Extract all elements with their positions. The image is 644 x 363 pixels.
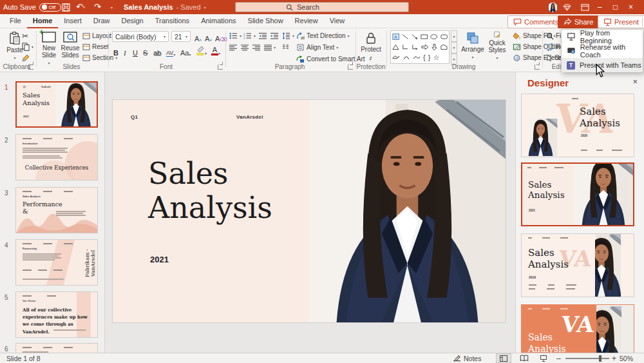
oval-shape-icon[interactable] bbox=[430, 33, 437, 41]
new-slide-button[interactable]: + New Slide▾ bbox=[39, 30, 59, 62]
menu-item-play-from-beginning[interactable]: Play from Beginning bbox=[562, 30, 643, 44]
tab-slideshow[interactable]: Slide Show bbox=[242, 14, 289, 28]
layout-button[interactable]: Layout▾ bbox=[82, 31, 115, 41]
rectangle-shape-icon[interactable] bbox=[421, 33, 428, 41]
designer-suggestion-3[interactable]: VA Sales Analysis 2019 bbox=[521, 233, 634, 297]
zoom-out-button[interactable]: – bbox=[556, 353, 561, 363]
text-shadow-button[interactable]: ab bbox=[153, 46, 161, 57]
strikethrough-button[interactable]: S bbox=[143, 46, 147, 57]
autosave-pill[interactable]: Off bbox=[39, 3, 61, 12]
tab-home[interactable]: Home bbox=[27, 14, 59, 28]
tab-design[interactable]: Design bbox=[115, 14, 149, 28]
drawing-dialog-launcher[interactable] bbox=[535, 64, 540, 70]
tab-view[interactable]: View bbox=[324, 14, 351, 28]
align-left-button[interactable] bbox=[229, 43, 237, 52]
clipboard-dialog-launcher[interactable] bbox=[28, 64, 33, 70]
highlight-color-button[interactable]: ▾ bbox=[196, 45, 207, 55]
tab-draw[interactable]: Draw bbox=[88, 14, 116, 28]
elbow-arrow-connector-icon[interactable] bbox=[412, 43, 419, 51]
normal-view-button[interactable] bbox=[496, 353, 511, 363]
search-input[interactable]: Search bbox=[235, 2, 409, 12]
tab-file[interactable]: File bbox=[4, 14, 27, 28]
zoom-in-button[interactable]: + bbox=[612, 353, 616, 363]
shapes-gallery-scroll[interactable]: ▲ ▼ ▼ bbox=[451, 30, 457, 64]
underline-button[interactable]: U bbox=[133, 46, 138, 57]
slide-thumbnail-3[interactable]: Sales Analysis Performance & bbox=[15, 187, 98, 233]
triangle-shape-icon[interactable] bbox=[392, 43, 399, 51]
tab-transitions[interactable]: Transitions bbox=[149, 14, 195, 28]
grow-font-button[interactable]: A˄ bbox=[194, 32, 202, 43]
protect-button[interactable]: Protect▾ bbox=[359, 30, 383, 62]
tab-animations[interactable]: Animations bbox=[195, 14, 242, 28]
rounded-rectangle-shape-icon[interactable] bbox=[440, 33, 448, 41]
undo-button[interactable]: ↶▾ bbox=[76, 0, 85, 14]
arrow-shape-icon[interactable] bbox=[412, 33, 418, 41]
copy-button[interactable]: ▾ bbox=[22, 42, 33, 52]
text-direction-button[interactable]: ab Text Direction▾ bbox=[296, 31, 350, 41]
paragraph-dialog-launcher[interactable] bbox=[348, 64, 353, 70]
menu-item-rehearse-with-coach[interactable]: Rehearse with Coach bbox=[562, 44, 643, 58]
right-arrow-shape-icon[interactable] bbox=[421, 43, 429, 51]
align-text-button[interactable]: Align Text▾ bbox=[296, 43, 338, 52]
tab-insert[interactable]: Insert bbox=[58, 14, 88, 28]
decrease-indent-button[interactable] bbox=[259, 31, 267, 41]
italic-button[interactable]: I bbox=[124, 46, 126, 57]
minimize-button[interactable]: – bbox=[598, 0, 614, 14]
align-right-button[interactable] bbox=[252, 43, 260, 52]
slide-thumbnail-5[interactable]: Our Vision All of our collective experie… bbox=[15, 291, 98, 338]
shapes-scroll-up-icon[interactable]: ▲ bbox=[451, 30, 457, 42]
elbow-connector-icon[interactable] bbox=[402, 43, 409, 51]
curve-shape-icon[interactable] bbox=[413, 54, 421, 61]
cut-button[interactable]: ✂ bbox=[22, 31, 28, 41]
arrange-button[interactable]: Arrange▾ bbox=[461, 30, 484, 62]
bold-button[interactable]: B bbox=[113, 46, 118, 57]
line-shape-icon[interactable] bbox=[402, 33, 408, 41]
slide-header-q[interactable]: Q1 bbox=[131, 114, 138, 120]
textbox-shape-icon[interactable]: A bbox=[392, 33, 399, 41]
right-brace-shape-icon[interactable]: } bbox=[428, 52, 431, 63]
share-button[interactable]: Share bbox=[558, 15, 599, 28]
zoom-slider-thumb[interactable] bbox=[599, 355, 601, 362]
numbering-button[interactable]: 123▾ bbox=[243, 31, 256, 41]
section-button[interactable]: Section▾ bbox=[82, 53, 117, 63]
present-button[interactable]: Present ▾ bbox=[598, 15, 644, 28]
character-spacing-button[interactable]: AV▾ bbox=[166, 46, 175, 57]
slide-thumbnail-2[interactable]: Introduction Collective Experiences bbox=[15, 134, 98, 181]
zoom-level[interactable]: 50% bbox=[620, 353, 633, 363]
comments-button[interactable]: Comments bbox=[507, 15, 564, 28]
slide-thumbnail-6[interactable] bbox=[15, 343, 98, 353]
zoom-slider-track[interactable] bbox=[565, 358, 609, 359]
font-size-combobox[interactable]: 21▾ bbox=[171, 31, 191, 42]
star-shape-icon[interactable]: ☆ bbox=[433, 52, 439, 63]
slideshow-view-button[interactable] bbox=[536, 353, 551, 363]
increase-indent-button[interactable] bbox=[270, 31, 279, 41]
reading-view-button[interactable] bbox=[516, 353, 532, 363]
autosave-toggle[interactable]: Auto Save Off bbox=[3, 0, 61, 14]
reuse-slides-button[interactable]: Reuse Slides bbox=[59, 30, 81, 62]
designer-suggestion-1[interactable]: VA Sales Analysis 2020 bbox=[521, 93, 634, 157]
reset-button[interactable]: Reset bbox=[82, 42, 109, 52]
quick-styles-button[interactable]: Quick Styles▾ bbox=[486, 30, 509, 62]
slide-thumbnail-4[interactable]: Partnership Fabrikam - VanArsdel bbox=[15, 239, 98, 286]
designer-close-icon[interactable]: × bbox=[632, 77, 638, 86]
change-case-button[interactable]: Aa▾ bbox=[180, 46, 191, 57]
format-painter-button[interactable] bbox=[22, 53, 30, 63]
align-center-button[interactable] bbox=[241, 43, 249, 52]
shapes-gallery[interactable]: A { } ☆ bbox=[390, 30, 450, 64]
tab-review[interactable]: Review bbox=[289, 14, 324, 28]
redo-button[interactable]: ↷ bbox=[94, 0, 101, 14]
pentagon-shape-icon[interactable] bbox=[440, 43, 448, 51]
slide-header-brand[interactable]: VanArsdel bbox=[236, 114, 263, 120]
slide-canvas[interactable]: Q1 VanArsdel Sales Analysis Sales Analys… bbox=[113, 100, 506, 322]
down-arrow-shape-icon[interactable] bbox=[431, 43, 438, 51]
line-spacing-button[interactable]: ▾ bbox=[282, 31, 294, 41]
shrink-font-button[interactable]: A˅ bbox=[205, 32, 212, 43]
slide-photo[interactable] bbox=[309, 100, 506, 322]
slide-year[interactable]: 2021 bbox=[150, 255, 169, 264]
designer-suggestion-2[interactable]: Sales Analysis 2021 bbox=[521, 162, 634, 226]
close-button[interactable]: × bbox=[629, 0, 644, 14]
document-title[interactable]: Sales Analysis bbox=[124, 3, 173, 11]
arc-shape-icon[interactable] bbox=[402, 54, 410, 61]
font-color-button[interactable]: A▾ bbox=[211, 45, 220, 55]
slide-thumbnail-1[interactable]: Q1 VanArsdel Sales Analysis Sales Analys… bbox=[15, 81, 98, 128]
